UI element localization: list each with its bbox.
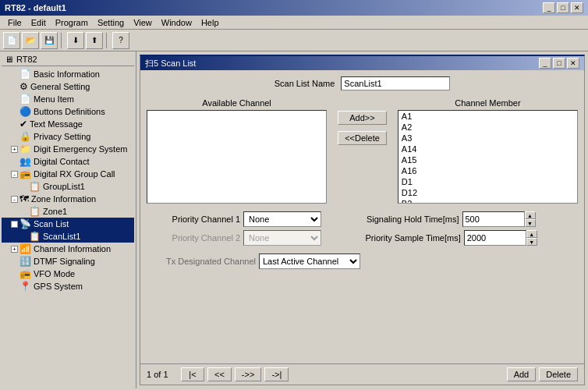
new-button[interactable]: 📄 (3, 32, 20, 49)
tree-node-dtmf-signaling[interactable]: 🔢DTMF Signaling (2, 255, 134, 268)
member-channel-item[interactable]: B2 (398, 198, 577, 204)
priority-sample-spinbox-buttons: ▲ ▼ (526, 230, 537, 246)
icon-folder: 📁 (19, 144, 31, 154)
icon-folder-person: 👥 (19, 156, 31, 167)
available-channel-listbox[interactable] (147, 110, 327, 204)
tx-designated-row: Tx Designated Channel Last Active Channe… (147, 254, 578, 269)
tree-node-gps-system[interactable]: 📍GPS System (2, 280, 134, 292)
open-button[interactable]: 📂 (22, 32, 39, 49)
signaling-hold-down[interactable]: ▼ (525, 219, 536, 227)
app-title: RT82 - default1 (5, 3, 66, 12)
tree-label-zone1: Zone1 (43, 207, 67, 216)
priority-sample-up[interactable]: ▲ (526, 230, 537, 238)
scan-window-minimize[interactable]: _ (539, 58, 551, 69)
page-info: 1 of 1 (147, 370, 178, 379)
nav-first-button[interactable]: |< (181, 367, 204, 381)
tree-node-general-setting[interactable]: ⚙General Setting (2, 80, 134, 93)
help-button[interactable]: ? (112, 32, 129, 49)
tree-node-digital-rx[interactable]: -📻Digital RX Group Call (2, 168, 134, 180)
add-button[interactable]: Add>> (338, 111, 387, 125)
signaling-hold-spinbox: ▲ ▼ (462, 211, 536, 227)
member-channel-item[interactable]: D12 (398, 187, 577, 198)
tree-node-grouplist1[interactable]: 📋GroupList1 (2, 180, 134, 193)
icon-gps: 📍 (19, 281, 31, 292)
tree-node-menu-item[interactable]: 📄Menu Item (2, 93, 134, 105)
expand-btn-scan-list[interactable]: - (11, 221, 18, 228)
scan-list-name-input[interactable] (341, 76, 450, 90)
tree-node-scanlist1[interactable]: 📋ScanList1 (2, 230, 134, 243)
expand-btn-digital-rx[interactable]: - (11, 171, 18, 178)
tree-node-privacy-setting[interactable]: 🔒Privacy Setting (2, 130, 134, 143)
expand-btn-zone-info[interactable]: - (11, 196, 18, 203)
nav-prev-button[interactable]: << (207, 367, 232, 381)
signaling-hold-row: Signaling Hold Time[ms] ▲ ▼ (366, 211, 579, 227)
tree-node-scan-list[interactable]: -📡Scan List (2, 218, 134, 230)
tree-node-channel-info[interactable]: +📶Channel Information (2, 243, 134, 255)
nav-add-button[interactable]: Add (507, 367, 537, 381)
scan-list-title-bar: 扫5 Scan List _ □ ✕ (140, 56, 584, 70)
member-channel-item[interactable]: A1 (398, 111, 577, 122)
close-button[interactable]: ✕ (571, 2, 583, 13)
available-channel-label: Available Channel (147, 98, 327, 108)
add-delete-buttons: Add>> <<Delete (333, 111, 391, 145)
menu-setting[interactable]: Setting (93, 17, 129, 28)
icon-key: 🔒 (19, 131, 31, 142)
menu-view[interactable]: View (129, 17, 157, 28)
icon-list: 📋 (29, 206, 41, 217)
tx-designated-select[interactable]: Last Active Channel (259, 254, 360, 269)
menu-program[interactable]: Program (51, 17, 93, 28)
priority-sample-label: Priority Sample Time[ms] (366, 233, 461, 243)
priority-channel-1-select[interactable]: None (243, 211, 321, 227)
priority-channel-2-label: Priority Channel 2 (147, 233, 240, 243)
menu-file[interactable]: File (3, 17, 27, 28)
nav-last-button[interactable]: ->| (264, 367, 289, 381)
tree-node-zone-info[interactable]: -🗺Zone Information (2, 193, 134, 205)
menu-edit[interactable]: Edit (27, 17, 51, 28)
expand-btn-digit-emergency[interactable]: + (11, 146, 18, 153)
tree-node-digital-contact[interactable]: 👥Digital Contact (2, 155, 134, 168)
delete-button[interactable]: <<Delete (338, 131, 387, 145)
nav-delete-button[interactable]: Delete (539, 367, 578, 381)
channel-member-group: Channel Member A1A2A3A14A15A16D1D12B2D14… (398, 98, 578, 204)
tree-label-channel-info: Channel Information (34, 244, 111, 254)
menu-help[interactable]: Help (197, 17, 224, 28)
tree-node-vfo-mode[interactable]: 📻VFO Mode (2, 268, 134, 280)
priority-sample-input[interactable] (464, 230, 526, 246)
tree-node-text-message[interactable]: ✔Text Message (2, 118, 134, 130)
tree-node-zone1[interactable]: 📋Zone1 (2, 205, 134, 218)
signaling-hold-up[interactable]: ▲ (525, 211, 536, 219)
expand-btn-channel-info[interactable]: + (11, 246, 18, 253)
channel-member-listbox[interactable]: A1A2A3A14A15A16D1D12B2D14D15 (398, 110, 578, 204)
tree-label-gps-system: GPS System (34, 282, 83, 291)
tree-node-digit-emergency[interactable]: +📁Digit Emergency System (2, 143, 134, 155)
minimize-button[interactable]: _ (543, 2, 555, 13)
signaling-hold-input[interactable] (462, 211, 525, 227)
save-button[interactable]: 💾 (41, 32, 58, 49)
tree-label-text-message: Text Message (30, 119, 83, 129)
tree-node-buttons-def[interactable]: 🔵Buttons Definitions (2, 105, 134, 118)
priority-channel-2-select[interactable]: None (243, 230, 321, 246)
member-channel-item[interactable]: D1 (398, 176, 577, 187)
tree-node-basic-info[interactable]: 📄Basic Information (2, 68, 134, 80)
priority-sample-down[interactable]: ▼ (526, 238, 537, 246)
read-button[interactable]: ⬇ (67, 32, 84, 49)
channels-section: Available Channel Add>> <<Delete Channel… (147, 98, 578, 204)
member-channel-item[interactable]: A14 (398, 144, 577, 154)
scan-window-maximize[interactable]: □ (553, 58, 565, 69)
nav-next-button[interactable]: ->> (235, 367, 262, 381)
main-layout: 🖥 RT82 📄Basic Information⚙General Settin… (0, 51, 588, 388)
right-panel: 扫5 Scan List _ □ ✕ Scan List Name Av (136, 51, 588, 388)
scan-list-name-label: Scan List Name (275, 79, 335, 88)
member-channel-item[interactable]: A3 (398, 133, 577, 144)
scan-window-close[interactable]: ✕ (567, 58, 579, 69)
member-channel-item[interactable]: A2 (398, 122, 577, 133)
member-channel-item[interactable]: A16 (398, 165, 577, 176)
toolbar: 📄 📂 💾 ⬇ ⬆ ? (0, 30, 588, 51)
tree-label-basic-info: Basic Information (34, 69, 100, 79)
maximize-button[interactable]: □ (557, 2, 569, 13)
menu-window[interactable]: Window (157, 17, 197, 28)
signaling-hold-spinbox-buttons: ▲ ▼ (525, 211, 536, 227)
tree-label-buttons-def: Buttons Definitions (34, 107, 105, 116)
member-channel-item[interactable]: A15 (398, 154, 577, 165)
write-button[interactable]: ⬆ (86, 32, 103, 49)
